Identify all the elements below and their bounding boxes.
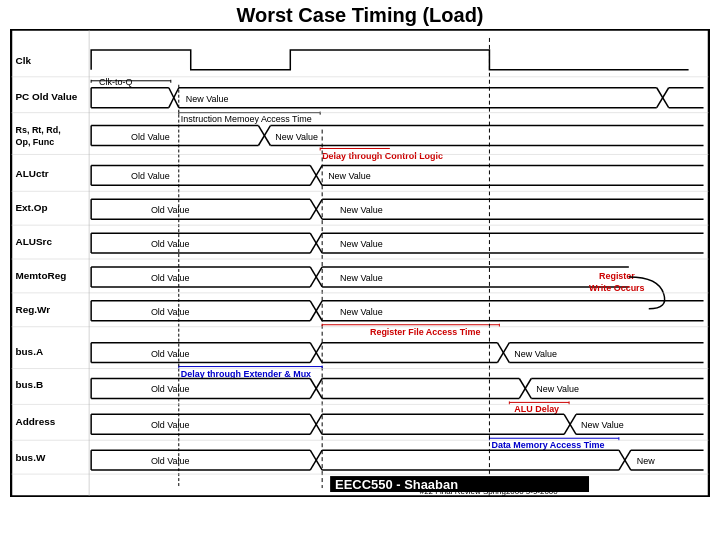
- svg-text:#22  Final Review  Spring2000 : #22 Final Review Spring2000 5-9-2000: [420, 487, 559, 496]
- svg-text:New Value: New Value: [581, 420, 624, 430]
- svg-text:bus.A: bus.A: [15, 346, 43, 357]
- svg-text:New Value: New Value: [328, 171, 371, 181]
- svg-text:New: New: [637, 456, 655, 466]
- svg-text:Data Memory Access Time: Data Memory Access Time: [491, 440, 604, 450]
- svg-text:Op, Func: Op, Func: [15, 137, 54, 147]
- svg-text:Register File Access Time: Register File Access Time: [370, 327, 480, 337]
- svg-text:bus.W: bus.W: [15, 452, 45, 463]
- page-container: Worst Case Timing (Load) Clk Clk-to-Q PC…: [0, 0, 720, 540]
- svg-text:Delay through Control Logic: Delay through Control Logic: [322, 151, 443, 161]
- svg-text:Old Value: Old Value: [151, 273, 190, 283]
- svg-text:Old Value: Old Value: [151, 349, 190, 359]
- svg-text:Rs, Rt, Rd,: Rs, Rt, Rd,: [15, 125, 60, 135]
- svg-text:PC Old Value: PC Old Value: [15, 91, 77, 102]
- svg-text:New Value: New Value: [340, 273, 383, 283]
- svg-text:Instruction Memoey Access Time: Instruction Memoey Access Time: [181, 114, 312, 124]
- timing-diagram: Clk Clk-to-Q PC Old Value New Value: [10, 29, 710, 497]
- svg-text:Address: Address: [15, 416, 55, 427]
- svg-text:Old Value: Old Value: [151, 239, 190, 249]
- svg-text:Clk-to-Q: Clk-to-Q: [99, 77, 132, 87]
- svg-text:MemtoReg: MemtoReg: [15, 270, 66, 281]
- svg-text:New Value: New Value: [275, 132, 318, 142]
- svg-text:Delay through Extender & Mux: Delay through Extender & Mux: [181, 369, 311, 379]
- svg-text:Old Value: Old Value: [151, 420, 190, 430]
- svg-text:New Value: New Value: [340, 239, 383, 249]
- page-title: Worst Case Timing (Load): [8, 4, 712, 27]
- svg-text:New Value: New Value: [340, 307, 383, 317]
- svg-text:Old Value: Old Value: [151, 456, 190, 466]
- svg-text:Write Occurs: Write Occurs: [589, 283, 645, 293]
- svg-text:Reg.Wr: Reg.Wr: [15, 304, 50, 315]
- svg-text:New Value: New Value: [514, 349, 557, 359]
- svg-text:New Value: New Value: [186, 94, 229, 104]
- svg-text:ALUctr: ALUctr: [15, 168, 48, 179]
- svg-text:Ext.Op: Ext.Op: [15, 202, 47, 213]
- svg-text:ALUSrc: ALUSrc: [15, 236, 52, 247]
- svg-text:New Value: New Value: [536, 384, 579, 394]
- svg-text:Old Value: Old Value: [131, 171, 170, 181]
- svg-text:New Value: New Value: [340, 205, 383, 215]
- svg-text:Old Value: Old Value: [151, 384, 190, 394]
- svg-text:ALU Delay: ALU Delay: [514, 404, 559, 414]
- svg-text:Old Value: Old Value: [151, 307, 190, 317]
- svg-text:Old Value: Old Value: [151, 205, 190, 215]
- svg-text:Old Value: Old Value: [131, 132, 170, 142]
- svg-text:Clk: Clk: [15, 55, 31, 66]
- svg-text:bus.B: bus.B: [15, 379, 43, 390]
- svg-text:Register: Register: [599, 271, 635, 281]
